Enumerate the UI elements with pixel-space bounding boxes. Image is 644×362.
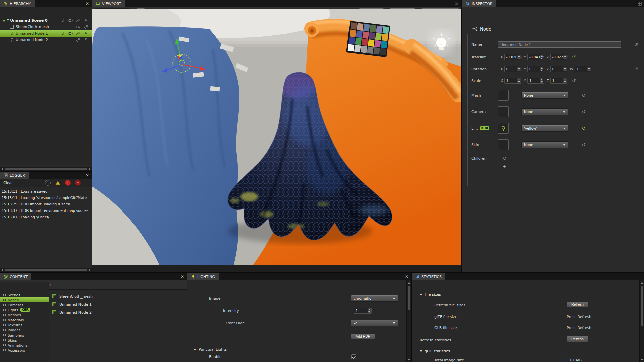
logger-close-icon[interactable]: ✕	[83, 172, 92, 179]
scroll-up-icon[interactable]	[407, 280, 411, 285]
rotation-z-field[interactable]: 0	[550, 66, 567, 72]
tab-logger[interactable]: LOGGER	[0, 172, 29, 179]
enable-checkbox[interactable]	[351, 354, 356, 359]
scroll-down-icon[interactable]	[640, 357, 644, 362]
scroll-right-icon[interactable]	[87, 167, 92, 171]
log-filter-critical-icon[interactable]	[75, 180, 81, 186]
spinner[interactable]	[517, 55, 521, 59]
log-filter-warning-icon[interactable]	[55, 180, 61, 186]
camera-slot[interactable]	[498, 106, 509, 117]
spinner[interactable]	[563, 78, 567, 83]
mesh-dropdown[interactable]: None	[521, 92, 568, 99]
environment-light-icon[interactable]	[429, 31, 453, 55]
children-undo-icon[interactable]: ↺	[503, 156, 507, 161]
link-icon[interactable]	[76, 18, 80, 23]
hierarchy-hscrollbar[interactable]	[0, 167, 92, 171]
scroll-thumb[interactable]	[641, 286, 643, 326]
tab-content[interactable]: CONTENT	[0, 273, 31, 280]
sidebar-item-lights[interactable]: LightsKHR	[0, 307, 49, 312]
rotation-undo-icon[interactable]: ↺	[634, 67, 638, 71]
intensity-field[interactable]: 1	[354, 308, 372, 314]
add-hdr-button[interactable]: Add HDR	[351, 333, 375, 339]
file-sizes-section[interactable]: File sizes	[420, 292, 441, 297]
spinner[interactable]	[563, 55, 567, 59]
skin-dropdown[interactable]: None	[521, 141, 568, 148]
mesh-undo-icon[interactable]: ↺	[582, 93, 586, 98]
refresh-file-sizes-button[interactable]: Refresh	[567, 301, 588, 307]
lighting-vscrollbar[interactable]	[406, 280, 411, 362]
sidebar-item-nodes[interactable]: Nodes	[0, 297, 49, 302]
spinner[interactable]	[540, 78, 543, 83]
pin-icon[interactable]	[84, 38, 88, 42]
log-filter-info-icon[interactable]	[45, 180, 51, 186]
scale-z-field[interactable]: 1	[550, 78, 567, 84]
pin-icon[interactable]	[84, 31, 88, 36]
punctual-lights-section[interactable]: Punctual Lights	[194, 346, 227, 353]
camera-icon[interactable]	[68, 18, 73, 23]
translation-z-field[interactable]: -0.02292	[550, 54, 567, 60]
list-item[interactable]: SheenCloth_mesh	[49, 292, 187, 300]
viewport-close-icon[interactable]: ✕	[452, 0, 461, 7]
translation-undo-icon[interactable]: ↺	[572, 55, 576, 59]
tab-viewport[interactable]: VIEWPORT	[92, 0, 125, 7]
scroll-right-icon[interactable]	[87, 268, 92, 272]
sidebar-item-scenes[interactable]: Scenes	[0, 292, 49, 297]
sidebar-item-accessors[interactable]: Accessors	[0, 348, 49, 353]
tree-row-scene[interactable]: » * Unnamed Scene 0	[0, 17, 92, 24]
light-undo-icon[interactable]: ↺	[582, 126, 586, 131]
spinner[interactable]	[517, 78, 521, 83]
camera-dropdown[interactable]: None	[521, 108, 568, 115]
spinner[interactable]	[517, 67, 521, 71]
tab-lighting[interactable]: LIGHTING	[187, 273, 219, 280]
sidebar-item-samplers[interactable]: Samplers	[0, 333, 49, 338]
translation-y-field[interactable]: -0.04388	[527, 54, 544, 60]
hierarchy-close-icon[interactable]: ✕	[83, 0, 92, 7]
spinner[interactable]	[540, 55, 543, 59]
scale-undo-icon[interactable]: ↺	[572, 78, 576, 83]
tree-row-node2[interactable]: Unnamed Node 2	[0, 37, 92, 43]
scroll-thumb[interactable]	[408, 286, 410, 310]
logger-hscrollbar[interactable]	[0, 268, 92, 272]
spinner[interactable]	[540, 67, 543, 71]
image-dropdown[interactable]: chromatic	[351, 295, 398, 302]
name-input[interactable]	[498, 41, 621, 48]
spinner[interactable]	[587, 67, 591, 71]
tree-row-mesh[interactable]: SheenCloth_mesh	[0, 24, 92, 30]
spinner[interactable]	[563, 67, 567, 71]
scroll-left-icon[interactable]	[0, 167, 4, 171]
panel-layout-icon[interactable]	[635, 0, 644, 7]
viewport-canvas[interactable]	[92, 9, 461, 265]
scale-y-field[interactable]: 1	[527, 78, 544, 84]
log-filter-error-icon[interactable]	[65, 180, 71, 186]
light-dropdown[interactable]: 'yellow'	[521, 125, 568, 132]
scroll-up-icon[interactable]	[640, 280, 644, 285]
light-slot[interactable]	[498, 123, 509, 134]
refresh-statistics-button[interactable]: Refresh	[567, 336, 588, 342]
expander-icon[interactable]: »	[3, 18, 5, 23]
bulb-icon[interactable]	[61, 31, 65, 36]
tab-statistics[interactable]: STATISTICS	[412, 273, 445, 280]
list-item[interactable]: Unnamed Node 1	[49, 300, 187, 308]
link-icon[interactable]	[84, 25, 88, 29]
translation-x-field[interactable]: -0.02615	[504, 54, 521, 60]
skin-undo-icon[interactable]: ↺	[582, 142, 586, 147]
link-icon[interactable]	[76, 38, 80, 42]
sidebar-item-animations[interactable]: Animations	[0, 343, 49, 348]
add-child-button[interactable]: +	[503, 164, 507, 169]
front-face-dropdown[interactable]: -Z	[351, 320, 398, 326]
link-icon[interactable]	[76, 31, 80, 36]
rotation-x-field[interactable]: 0	[504, 66, 521, 72]
name-undo-icon[interactable]: ↺	[634, 42, 638, 47]
sidebar-item-skins[interactable]: Skins	[0, 338, 49, 343]
content-close-icon[interactable]: ✕	[178, 273, 187, 280]
camera-icon[interactable]	[68, 31, 73, 36]
bulb-icon[interactable]	[61, 18, 65, 23]
camera-undo-icon[interactable]: ↺	[582, 109, 586, 114]
gltf-statistics-section[interactable]: glTF statistics	[420, 349, 450, 353]
scroll-thumb[interactable]	[5, 269, 87, 272]
sidebar-item-textures[interactable]: Textures	[0, 322, 49, 327]
sidebar-item-materials[interactable]: Materials	[0, 317, 49, 322]
tab-hierarchy[interactable]: HIERARCHY	[0, 0, 35, 7]
camera-icon[interactable]	[76, 25, 80, 29]
mesh-slot[interactable]	[498, 90, 509, 101]
